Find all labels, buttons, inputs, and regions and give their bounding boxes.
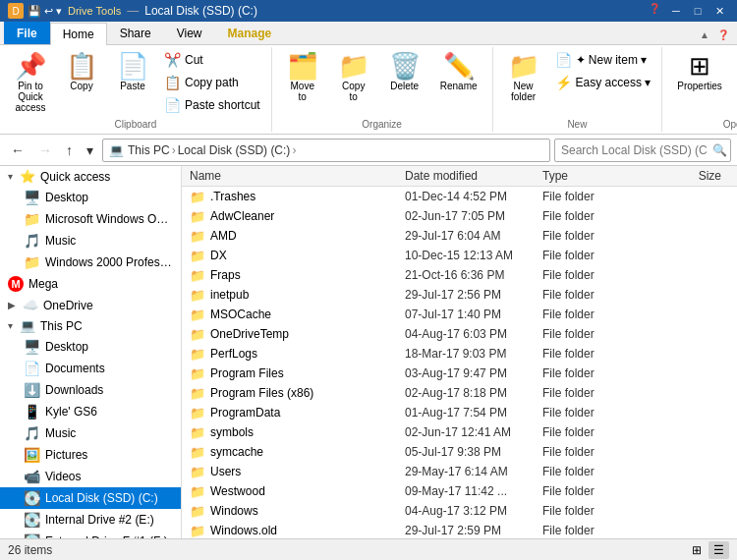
table-row[interactable]: 📁 AdwCleaner 02-Jun-17 7:05 PM File fold… — [182, 206, 737, 226]
path-part-thispc[interactable]: This PC — [128, 143, 170, 157]
table-row[interactable]: 📁 Windows.old 29-Jul-17 2:59 PM File fol… — [182, 521, 737, 538]
copy-to-button[interactable]: 📁 Copy to — [329, 49, 378, 106]
table-row[interactable]: 📁 Windows 04-Aug-17 3:12 PM File folder — [182, 501, 737, 521]
large-icons-view-button[interactable]: ⊞ — [687, 541, 707, 559]
sidebar-item-externalf[interactable]: 💽 External Drive F #1 (F:) — [0, 531, 181, 538]
ribbon-collapse-btn[interactable]: ▲ — [696, 26, 713, 44]
table-row[interactable]: 📁 .Trashes 01-Dec-14 4:52 PM File folder — [182, 187, 737, 206]
sidebar-item-music-pc[interactable]: 🎵 Music — [0, 422, 181, 444]
file-name: OneDriveTemp — [210, 327, 405, 341]
copy-button[interactable]: 📋 Copy — [57, 49, 106, 95]
easy-access-button[interactable]: ⚡ Easy access ▾ — [550, 72, 656, 93]
move-to-button[interactable]: 🗂️ Move to — [278, 49, 327, 106]
sidebar-item-pictures[interactable]: 🖼️ Pictures — [0, 444, 181, 466]
onedrive-label: OneDrive — [43, 299, 93, 312]
help-icon: ❓ — [649, 3, 660, 19]
sidebar-item-mega[interactable]: M Mega — [0, 273, 181, 295]
table-row[interactable]: 📁 Program Files (x86) 02-Aug-17 8:18 PM … — [182, 383, 737, 403]
minimize-button[interactable]: ─ — [666, 3, 686, 19]
copy-path-button[interactable]: 📋 Copy path — [159, 72, 265, 93]
history-button[interactable]: 🕐 History — [733, 94, 737, 116]
search-input[interactable] — [554, 139, 731, 162]
kylegss-icon: 📱 — [24, 404, 40, 420]
new-folder-button[interactable]: 📁 Newfolder — [499, 49, 548, 106]
redo-btn[interactable]: ▾ — [56, 5, 62, 18]
sidebar-item-localc[interactable]: 💽 Local Disk (SSD) (C:) — [0, 487, 181, 509]
search-wrapper: 🔍 — [554, 139, 731, 162]
restore-button[interactable]: □ — [688, 3, 708, 19]
localc-icon: 💽 — [24, 490, 40, 506]
sidebar-item-videos[interactable]: 📹 Videos — [0, 466, 181, 487]
sidebar-item-desktop-pc[interactable]: 🖥️ Desktop — [0, 336, 181, 358]
edit-button[interactable]: ✏️ Edit — [733, 72, 737, 93]
table-row[interactable]: 📁 symcache 05-Jul-17 9:38 PM File folder — [182, 442, 737, 462]
tab-file[interactable]: File — [4, 22, 50, 44]
delete-button[interactable]: 🗑️ Delete — [380, 49, 429, 95]
paste-shortcut-icon: 📄 — [164, 97, 181, 113]
new-item-button[interactable]: 📄 ✦ New item ▾ — [550, 49, 656, 71]
sidebar-item-internal2[interactable]: 💽 Internal Drive #2 (E:) — [0, 509, 181, 531]
tab-home[interactable]: Home — [50, 23, 107, 45]
help-btn[interactable]: ❓ — [713, 26, 733, 44]
paste-button[interactable]: 📄 Paste — [108, 49, 157, 95]
table-row[interactable]: 📁 MSOCache 07-Jul-17 1:40 PM File folder — [182, 305, 737, 324]
properties-label: Properties — [677, 81, 722, 91]
properties-button[interactable]: ⊞ Properties — [668, 49, 731, 95]
sidebar-item-onedrive[interactable]: ▶ ☁️ OneDrive — [0, 295, 181, 315]
table-row[interactable]: 📁 DX 10-Dec-15 12:13 AM File folder — [182, 246, 737, 265]
table-row[interactable]: 📁 inetpub 29-Jul-17 2:56 PM File folder — [182, 285, 737, 305]
sidebar-item-music-quick[interactable]: 🎵 Music — [0, 230, 181, 252]
col-date-header[interactable]: Date modified — [405, 169, 542, 183]
sidebar-quick-access-header[interactable]: ▾ ⭐ Quick access — [0, 166, 181, 187]
kylegss-label: Kyle' GS6 — [45, 405, 97, 419]
sidebar-item-downloads[interactable]: ⬇️ Downloads — [0, 379, 181, 401]
forward-button[interactable]: → — [33, 140, 57, 161]
search-button[interactable]: 🔍 — [712, 143, 727, 157]
table-row[interactable]: 📁 ProgramData 01-Aug-17 7:54 PM File fol… — [182, 403, 737, 422]
videos-label: Videos — [45, 470, 81, 483]
tab-share[interactable]: Share — [107, 22, 164, 44]
table-row[interactable]: 📁 Westwood 09-May-17 11:42 ... File fold… — [182, 481, 737, 501]
save-btn[interactable]: 💾 — [28, 5, 41, 18]
file-date: 18-Mar-17 9:03 PM — [405, 347, 542, 361]
tab-manage[interactable]: Manage — [215, 22, 285, 44]
up-button[interactable]: ↑ — [61, 140, 78, 161]
music-pc-label: Music — [45, 426, 76, 440]
file-date: 04-Aug-17 6:03 PM — [405, 327, 542, 341]
sidebar-item-win2000-quick[interactable]: 📁 Windows 2000 Professional — [0, 252, 181, 273]
new-label: New — [567, 119, 587, 130]
address-path[interactable]: 💻 This PC › Local Disk (SSD) (C:) › — [102, 139, 550, 162]
table-row[interactable]: 📁 Program Files 03-Aug-17 9:47 PM File f… — [182, 364, 737, 383]
quick-access-label: Quick access — [40, 170, 110, 184]
table-row[interactable]: 📁 Fraps 21-Oct-16 6:36 PM File folder — [182, 265, 737, 285]
pin-to-quick-button[interactable]: 📌 Pin to Quickaccess — [6, 49, 55, 117]
back-button[interactable]: ← — [6, 140, 29, 161]
table-row[interactable]: 📁 OneDriveTemp 04-Aug-17 6:03 PM File fo… — [182, 324, 737, 344]
table-row[interactable]: 📁 Users 29-May-17 6:14 AM File folder — [182, 462, 737, 481]
thispc-expand: ▾ — [8, 320, 13, 331]
copy-path-icon: 📋 — [164, 75, 181, 90]
sidebar-item-kylegss[interactable]: 📱 Kyle' GS6 — [0, 401, 181, 422]
open-button[interactable]: 📂 Open ▾ — [733, 49, 737, 71]
sidebar-item-thispc[interactable]: ▾ 💻 This PC — [0, 315, 181, 336]
table-row[interactable]: 📁 AMD 29-Jul-17 6:04 AM File folder — [182, 226, 737, 246]
cut-button[interactable]: ✂️ Cut — [159, 49, 265, 71]
col-size-header[interactable]: Size — [651, 169, 729, 183]
easy-access-icon: ⚡ — [555, 75, 572, 90]
table-row[interactable]: 📁 symbols 02-Jun-17 12:41 AM File folder — [182, 422, 737, 442]
undo-btn[interactable]: ↩ — [44, 5, 53, 18]
sidebar-item-desktop-quick[interactable]: 🖥️ Desktop — [0, 187, 181, 208]
window-controls: ❓ ─ □ ✕ — [649, 3, 729, 19]
paste-shortcut-button[interactable]: 📄 Paste shortcut — [159, 94, 265, 116]
close-button[interactable]: ✕ — [709, 3, 729, 19]
sidebar-item-microsoft-quick[interactable]: 📁 Microsoft Windows Operatin... — [0, 208, 181, 230]
sidebar-item-documents[interactable]: 📄 Documents — [0, 358, 181, 379]
path-part-localc[interactable]: Local Disk (SSD) (C:) — [178, 143, 291, 157]
col-type-header[interactable]: Type — [542, 169, 651, 183]
recent-locations-button[interactable]: ▾ — [82, 140, 98, 161]
col-name-header[interactable]: Name — [190, 169, 405, 183]
details-view-button[interactable]: ☰ — [709, 541, 729, 559]
rename-button[interactable]: ✏️ Rename — [431, 49, 486, 95]
table-row[interactable]: 📁 PerfLogs 18-Mar-17 9:03 PM File folder — [182, 344, 737, 364]
tab-view[interactable]: View — [164, 22, 215, 44]
